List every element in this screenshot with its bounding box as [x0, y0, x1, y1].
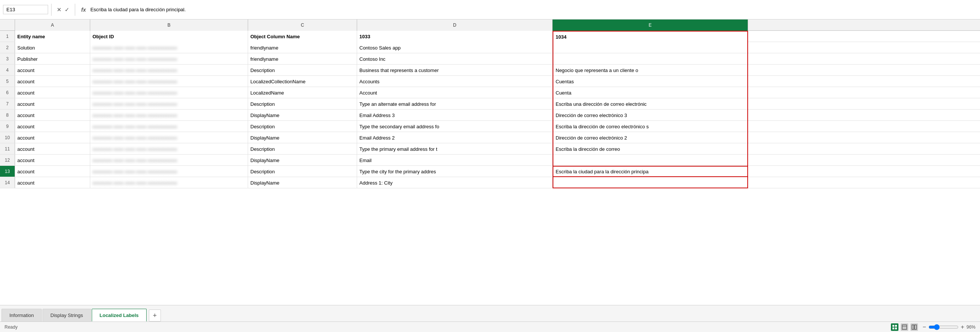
- cell-E-6[interactable]: Cuenta: [553, 87, 748, 98]
- cell-D-3[interactable]: Contoso Inc: [357, 53, 553, 65]
- col-header-e[interactable]: E: [553, 19, 748, 31]
- cell-E-14[interactable]: [553, 177, 748, 188]
- cell-D-13[interactable]: Type the city for the primary addres: [357, 166, 553, 177]
- zoom-slider[interactable]: [929, 324, 959, 330]
- cell-E-8[interactable]: Dirección de correo electrónico 3: [553, 109, 748, 121]
- cell-D-14[interactable]: Address 1: City: [357, 177, 553, 188]
- cell-C-5[interactable]: LocalizedCollectionName: [248, 76, 357, 87]
- tab-add-button[interactable]: +: [149, 310, 161, 321]
- cell-D-11[interactable]: Type the primary email address for t: [357, 143, 553, 155]
- cell-C-6[interactable]: LocalizedName: [248, 87, 357, 98]
- table-row: 11accountxxxxxxxx-xxxx-xxxx-xxxx-xxxxxxx…: [0, 143, 980, 155]
- cell-C-3[interactable]: friendlyname: [248, 53, 357, 65]
- cell-C-11[interactable]: Description: [248, 143, 357, 155]
- cell-A-4[interactable]: account: [15, 65, 90, 76]
- fx-label: fx: [78, 7, 89, 13]
- formula-bar: E13 ✕ ✓ fx: [0, 0, 980, 19]
- tab-localized-labels[interactable]: Localized Labels: [92, 309, 146, 321]
- cell-A-14[interactable]: account: [15, 177, 90, 188]
- cell-B-12[interactable]: xxxxxxxx-xxxx-xxxx-xxxx-xxxxxxxxxxxx: [90, 155, 248, 166]
- cell-C-8[interactable]: DisplayName: [248, 109, 357, 121]
- normal-view-icon[interactable]: [891, 323, 899, 331]
- cell-B-8[interactable]: xxxxxxxx-xxxx-xxxx-xxxx-xxxxxxxxxxxx: [90, 109, 248, 121]
- confirm-icon[interactable]: ✓: [65, 6, 70, 13]
- tab-display-strings[interactable]: Display Strings: [43, 309, 91, 321]
- cell-A-7[interactable]: account: [15, 98, 90, 109]
- cell-D-8[interactable]: Email Address 3: [357, 109, 553, 121]
- cell-D-2[interactable]: Contoso Sales app: [357, 42, 553, 53]
- cell-B-11[interactable]: xxxxxxxx-xxxx-xxxx-xxxx-xxxxxxxxxxxx: [90, 143, 248, 155]
- cell-D-12[interactable]: Email: [357, 155, 553, 166]
- cell-E-2[interactable]: [553, 42, 748, 53]
- cell-A-9[interactable]: account: [15, 121, 90, 132]
- cell-B-13[interactable]: xxxxxxxx-xxxx-xxxx-xxxx-xxxxxxxxxxxx: [90, 166, 248, 177]
- cell-B-2[interactable]: xxxxxxxx-xxxx-xxxx-xxxx-xxxxxxxxxxxx: [90, 42, 248, 53]
- cell-B-1[interactable]: Object ID: [90, 31, 248, 42]
- cell-C-1[interactable]: Object Column Name: [248, 31, 357, 42]
- cell-A-5[interactable]: account: [15, 76, 90, 87]
- cell-C-9[interactable]: Description: [248, 121, 357, 132]
- cell-E-13[interactable]: Escriba la ciudad para la dirección prin…: [553, 166, 748, 177]
- cell-C-4[interactable]: Description: [248, 65, 357, 76]
- cell-A-3[interactable]: Publisher: [15, 53, 90, 65]
- col-header-c[interactable]: C: [248, 19, 357, 31]
- row-number: 4: [0, 65, 15, 76]
- table-row: 9accountxxxxxxxx-xxxx-xxxx-xxxx-xxxxxxxx…: [0, 121, 980, 132]
- cell-C-2[interactable]: friendlyname: [248, 42, 357, 53]
- zoom-minus[interactable]: −: [923, 324, 926, 330]
- cell-A-13[interactable]: account: [15, 166, 90, 177]
- cell-C-7[interactable]: Description: [248, 98, 357, 109]
- cell-A-1[interactable]: Entity name: [15, 31, 90, 42]
- cell-A-2[interactable]: Solution: [15, 42, 90, 53]
- zoom-plus[interactable]: +: [961, 324, 964, 330]
- cell-B-14[interactable]: xxxxxxxx-xxxx-xxxx-xxxx-xxxxxxxxxxxx: [90, 177, 248, 188]
- cell-B-7[interactable]: xxxxxxxx-xxxx-xxxx-xxxx-xxxxxxxxxxxx: [90, 98, 248, 109]
- cell-E-3[interactable]: [553, 53, 748, 65]
- tab-information[interactable]: Information: [2, 309, 42, 321]
- cell-E-11[interactable]: Escriba la dirección de correo: [553, 143, 748, 155]
- cell-D-1[interactable]: 1033: [357, 31, 553, 42]
- row-number: 9: [0, 121, 15, 132]
- cell-D-4[interactable]: Business that represents a customer: [357, 65, 553, 76]
- cell-A-12[interactable]: account: [15, 155, 90, 166]
- cell-D-6[interactable]: Account: [357, 87, 553, 98]
- cell-A-11[interactable]: account: [15, 143, 90, 155]
- cell-E-10[interactable]: Dirección de correo electrónico 2: [553, 132, 748, 143]
- cell-B-3[interactable]: xxxxxxxx-xxxx-xxxx-xxxx-xxxxxxxxxxxx: [90, 53, 248, 65]
- cell-D-10[interactable]: Email Address 2: [357, 132, 553, 143]
- cell-E-5[interactable]: Cuentas: [553, 76, 748, 87]
- cell-B-10[interactable]: xxxxxxxx-xxxx-xxxx-xxxx-xxxxxxxxxxxx: [90, 132, 248, 143]
- cancel-icon[interactable]: ✕: [57, 6, 62, 13]
- cell-C-10[interactable]: DisplayName: [248, 132, 357, 143]
- col-header-b[interactable]: B: [90, 19, 248, 31]
- col-header-a[interactable]: A: [15, 19, 90, 31]
- cell-E-9[interactable]: Escriba la dirección de correo electróni…: [553, 121, 748, 132]
- cell-E-4[interactable]: Negocio que representa a un cliente o: [553, 65, 748, 76]
- row-number: 8: [0, 109, 15, 120]
- cell-B-6[interactable]: xxxxxxxx-xxxx-xxxx-xxxx-xxxxxxxxxxxx: [90, 87, 248, 98]
- cell-A-10[interactable]: account: [15, 132, 90, 143]
- cell-C-14[interactable]: DisplayName: [248, 177, 357, 188]
- cell-B-4[interactable]: xxxxxxxx-xxxx-xxxx-xxxx-xxxxxxxxxxxx: [90, 65, 248, 76]
- cell-D-5[interactable]: Accounts: [357, 76, 553, 87]
- cell-C-12[interactable]: DisplayName: [248, 155, 357, 166]
- cell-name-box[interactable]: E13: [3, 5, 48, 14]
- svg-rect-7: [915, 325, 916, 329]
- col-header-d[interactable]: D: [357, 19, 553, 31]
- cell-E-7[interactable]: Escriba una dirección de correo electrón…: [553, 98, 748, 109]
- cell-C-13[interactable]: Description: [248, 166, 357, 177]
- cell-E-1[interactable]: 1034: [553, 31, 748, 42]
- svg-rect-0: [892, 325, 894, 327]
- page-layout-icon[interactable]: [901, 323, 908, 331]
- formula-divider2: [75, 4, 75, 16]
- cell-D-9[interactable]: Type the secondary email address fo: [357, 121, 553, 132]
- formula-divider: [51, 4, 51, 16]
- page-break-icon[interactable]: [910, 323, 918, 331]
- cell-B-9[interactable]: xxxxxxxx-xxxx-xxxx-xxxx-xxxxxxxxxxxx: [90, 121, 248, 132]
- cell-A-6[interactable]: account: [15, 87, 90, 98]
- cell-B-5[interactable]: xxxxxxxx-xxxx-xxxx-xxxx-xxxxxxxxxxxx: [90, 76, 248, 87]
- cell-A-8[interactable]: account: [15, 109, 90, 121]
- formula-input[interactable]: [90, 5, 977, 14]
- cell-D-7[interactable]: Type an alternate email address for: [357, 98, 553, 109]
- cell-E-12[interactable]: [553, 155, 748, 166]
